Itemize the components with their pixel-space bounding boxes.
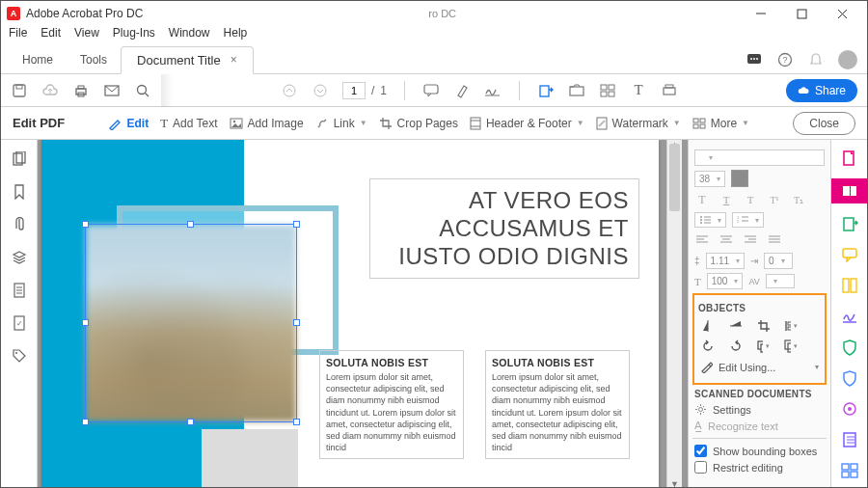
email-icon[interactable] [103, 82, 121, 99]
justify-para-icon[interactable] [767, 233, 782, 247]
pdf-page[interactable]: AT VERO EOS ACCUSAMUS ET IUSTO ODIO DIGN… [41, 140, 659, 488]
edit-using-button[interactable]: Edit Using... ▾ [698, 359, 821, 375]
rail-protect-icon[interactable] [839, 337, 860, 358]
rail-organize-icon[interactable] [839, 275, 860, 296]
print-production-icon[interactable] [661, 82, 678, 99]
destinations-icon[interactable]: ✓ [13, 315, 26, 331]
bell-icon[interactable] [807, 51, 825, 68]
bookmarks-icon[interactable] [13, 184, 26, 200]
zoom-icon[interactable] [134, 82, 151, 99]
articles-icon[interactable] [13, 283, 26, 298]
scroll-thumb[interactable] [669, 144, 680, 211]
underline-icon[interactable]: T [719, 193, 734, 206]
font-family-select[interactable] [694, 149, 825, 166]
text-column-1[interactable]: SOLUTA NOBIS EST Lorem ipsum dolor sit a… [319, 350, 464, 459]
tab-document[interactable]: Document Title × [121, 46, 254, 74]
handle-bm[interactable] [187, 419, 194, 425]
more-tool[interactable]: More▼ [692, 117, 749, 130]
thumbnails-icon[interactable] [12, 151, 27, 167]
comment-icon[interactable] [422, 82, 440, 99]
scroll-down-icon[interactable]: ▼ [667, 479, 682, 488]
close-tab-icon[interactable]: × [231, 53, 237, 67]
indent-select[interactable]: 0 [764, 253, 793, 269]
text-column-2[interactable]: SOLUTA NOBIS EST Lorem ipsum dolor sit a… [485, 350, 630, 459]
handle-tl[interactable] [82, 221, 89, 228]
handle-ml[interactable] [82, 319, 89, 326]
rotate-ccw-icon[interactable] [700, 339, 716, 354]
rotate-cw-icon[interactable] [728, 339, 744, 354]
align-center-para-icon[interactable] [719, 233, 734, 247]
minimize-button[interactable] [742, 2, 780, 25]
subscript-icon[interactable]: T₁ [791, 193, 806, 206]
bullet-list-select[interactable] [694, 212, 726, 228]
flip-horizontal-icon[interactable] [728, 318, 744, 334]
page-current-input[interactable] [342, 82, 366, 99]
flip-vertical-icon[interactable] [700, 318, 716, 334]
highlight-icon[interactable] [453, 82, 471, 99]
vertical-scrollbar[interactable]: ▲ ▼ [666, 140, 682, 488]
align-left-para-icon[interactable] [694, 233, 710, 247]
tab-home[interactable]: Home [9, 47, 67, 72]
handle-bl[interactable] [82, 419, 89, 425]
rail-form-icon[interactable] [839, 429, 860, 450]
headline-text[interactable]: AT VERO EOS ACCUSAMUS ET IUSTO ODIO DIGN… [369, 178, 639, 279]
menu-window[interactable]: Window [169, 26, 210, 45]
document-canvas[interactable]: AT VERO EOS ACCUSAMUS ET IUSTO ODIO DIGN… [38, 140, 688, 488]
save-icon[interactable] [11, 82, 28, 99]
rail-comment-icon[interactable] [839, 244, 860, 265]
font-size-select[interactable]: 38 [694, 171, 725, 187]
rail-sign-icon[interactable] [839, 306, 860, 327]
handle-mr[interactable] [293, 319, 300, 326]
settings-button[interactable]: Settings [694, 403, 825, 416]
add-image-tool[interactable]: Add Image [230, 117, 304, 130]
handle-tr[interactable] [293, 221, 300, 228]
hscale-select[interactable]: 100 [707, 273, 744, 289]
menu-plugins[interactable]: Plug-Ins [113, 26, 155, 45]
align-right-para-icon[interactable] [743, 233, 758, 247]
numbered-list-select[interactable]: 12 [732, 212, 764, 228]
text-tool-icon[interactable]: T [630, 82, 647, 99]
replace-image-icon[interactable]: ▾ [784, 339, 800, 354]
redact-icon[interactable] [599, 82, 616, 99]
rail-compare-icon[interactable] [839, 398, 860, 420]
tags-icon[interactable] [12, 348, 27, 364]
menu-help[interactable]: Help [224, 26, 248, 45]
align-left-icon[interactable]: T [694, 193, 710, 206]
menu-view[interactable]: View [74, 26, 99, 45]
page-down-icon[interactable] [312, 82, 329, 99]
grey-placeholder[interactable] [202, 429, 298, 488]
line-height-select[interactable]: 1.11 [706, 253, 745, 269]
tab-tools[interactable]: Tools [67, 47, 121, 72]
superscript-icon[interactable]: T¹ [767, 193, 782, 206]
organize-icon[interactable] [568, 82, 585, 99]
handle-br[interactable] [293, 419, 300, 425]
edit-tool[interactable]: Edit [108, 117, 149, 130]
account-avatar[interactable] [838, 50, 857, 69]
print-icon[interactable] [72, 82, 90, 99]
selected-image[interactable] [86, 225, 296, 421]
crop-object-icon[interactable] [756, 318, 772, 334]
attachments-icon[interactable] [13, 217, 26, 232]
align-objects-icon[interactable]: ▾ [784, 318, 800, 334]
add-text-tool[interactable]: TAdd Text [160, 116, 217, 131]
page-up-icon[interactable] [281, 82, 298, 99]
show-bounding-boxes-checkbox[interactable]: Show bounding boxes [694, 445, 825, 457]
maximize-button[interactable] [782, 2, 821, 25]
menu-edit[interactable]: Edit [41, 26, 61, 45]
restrict-editing-checkbox[interactable]: Restrict editing [694, 461, 825, 474]
tracking-select[interactable] [766, 274, 795, 288]
help-icon[interactable]: ? [776, 51, 794, 68]
close-window-button[interactable] [823, 2, 861, 25]
text-color-swatch[interactable] [731, 170, 748, 187]
export-icon[interactable] [537, 82, 555, 99]
watermark-tool[interactable]: Watermark▼ [596, 117, 681, 130]
rail-export-icon[interactable] [839, 213, 860, 234]
rail-shield-icon[interactable] [839, 367, 860, 389]
layers-icon[interactable] [12, 250, 27, 265]
header-footer-tool[interactable]: Header & Footer▼ [470, 117, 584, 130]
rail-create-icon[interactable] [839, 148, 860, 169]
chat-icon[interactable] [746, 51, 763, 68]
menu-file[interactable]: File [9, 26, 27, 45]
cloud-upload-icon[interactable] [41, 82, 59, 99]
share-button[interactable]: Share [786, 79, 857, 102]
